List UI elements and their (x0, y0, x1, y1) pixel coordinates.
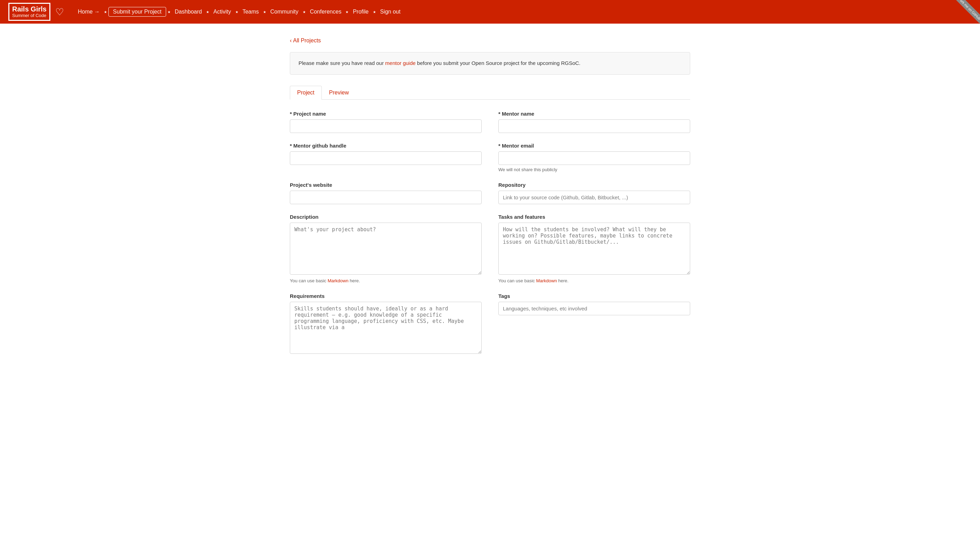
logo-box: Rails Girls Summer of Code (8, 3, 50, 21)
tasks-hint-after: here. (557, 278, 568, 283)
nav-home[interactable]: Home → (75, 7, 102, 16)
mentor-email-input[interactable] (498, 151, 690, 165)
fork-ribbon[interactable]: Fork me on GitHub (952, 0, 980, 28)
logo-text-top: Rails Girls (12, 5, 46, 13)
repository-label: Repository (498, 182, 690, 188)
mentor-email-label: * Mentor email (498, 143, 690, 149)
main-container: ‹ All Projects Please make sure you have… (282, 24, 698, 379)
back-link-label: All Projects (293, 38, 321, 44)
project-website-input[interactable] (290, 191, 482, 204)
fork-ribbon-label: Fork me on GitHub (955, 0, 980, 24)
mentor-github-input[interactable] (290, 151, 482, 165)
nav-star-6: ★ (301, 10, 307, 14)
logo-text-bottom: Summer of Code (12, 13, 46, 18)
mentor-github-label: * Mentor github handle (290, 143, 482, 149)
mentor-name-input[interactable] (498, 119, 690, 133)
requirements-group: Requirements (290, 293, 482, 355)
nav-activity[interactable]: Activity (211, 7, 234, 16)
tasks-markdown-link[interactable]: Markdown (536, 278, 557, 283)
project-website-group: Project's website (290, 182, 482, 204)
form-grid: * Project name * Mentor name * Mentor gi… (290, 111, 690, 365)
nav-star-5: ★ (262, 10, 267, 14)
project-name-input[interactable] (290, 119, 482, 133)
logo-heart-icon: ♡ (55, 6, 64, 18)
mentor-name-group: * Mentor name (498, 111, 690, 133)
nav-dashboard[interactable]: Dashboard (172, 7, 205, 16)
back-link[interactable]: ‹ All Projects (290, 38, 321, 44)
tab-project[interactable]: Project (290, 86, 322, 100)
mentor-guide-link[interactable]: mentor guide (385, 60, 416, 66)
mentor-email-group: * Mentor email We will not share this pu… (498, 143, 690, 172)
nav-star-7: ★ (344, 10, 350, 14)
description-label: Description (290, 214, 482, 220)
description-hint-after: here. (348, 278, 360, 283)
form-tabs: Project Preview (290, 86, 690, 100)
description-markdown-link[interactable]: Markdown (328, 278, 348, 283)
tags-input[interactable] (498, 302, 690, 315)
mentor-email-note: We will not share this publicly (498, 167, 690, 172)
nav-community[interactable]: Community (267, 7, 301, 16)
tags-group: Tags (498, 293, 690, 355)
mentor-github-group: * Mentor github handle (290, 143, 482, 172)
navbar: Rails Girls Summer of Code ♡ Home → ★ Su… (0, 0, 980, 24)
nav-star-1: ★ (102, 10, 108, 14)
nav-teams[interactable]: Teams (240, 7, 262, 16)
tasks-label: Tasks and features (498, 214, 690, 220)
tab-preview[interactable]: Preview (322, 86, 356, 99)
project-form: * Project name * Mentor name * Mentor gi… (290, 111, 690, 365)
description-group: Description You can use basic Markdown h… (290, 214, 482, 283)
nav-star-8: ★ (372, 10, 377, 14)
nav-star-3: ★ (205, 10, 211, 14)
tasks-textarea[interactable] (498, 223, 690, 275)
nav-conferences[interactable]: Conferences (307, 7, 344, 16)
nav-links: Home → ★ Submit your Project ★ Dashboard… (75, 7, 972, 17)
info-text-before: Please make sure you have read our (299, 60, 385, 66)
project-name-group: * Project name (290, 111, 482, 133)
logo-link[interactable]: Rails Girls Summer of Code ♡ (8, 3, 64, 21)
requirements-label: Requirements (290, 293, 482, 299)
nav-signout[interactable]: Sign out (377, 7, 404, 16)
chevron-left-icon: ‹ (290, 38, 291, 44)
description-hint: You can use basic Markdown here. (290, 278, 482, 283)
nav-star-4: ★ (234, 10, 240, 14)
mentor-name-label: * Mentor name (498, 111, 690, 117)
info-text-after: before you submit your Open Source proje… (416, 60, 581, 66)
repository-group: Repository (498, 182, 690, 204)
nav-star-2: ★ (166, 10, 172, 14)
tasks-group: Tasks and features You can use basic Mar… (498, 214, 690, 283)
nav-submit[interactable]: Submit your Project (108, 7, 166, 17)
project-website-label: Project's website (290, 182, 482, 188)
info-box: Please make sure you have read our mento… (290, 52, 690, 74)
tasks-hint: You can use basic Markdown here. (498, 278, 690, 283)
project-name-label: * Project name (290, 111, 482, 117)
description-textarea[interactable] (290, 223, 482, 275)
repository-input[interactable] (498, 191, 690, 204)
requirements-textarea[interactable] (290, 302, 482, 354)
nav-profile[interactable]: Profile (350, 7, 371, 16)
tags-label: Tags (498, 293, 690, 299)
tasks-hint-before: You can use basic (498, 278, 536, 283)
description-hint-before: You can use basic (290, 278, 328, 283)
